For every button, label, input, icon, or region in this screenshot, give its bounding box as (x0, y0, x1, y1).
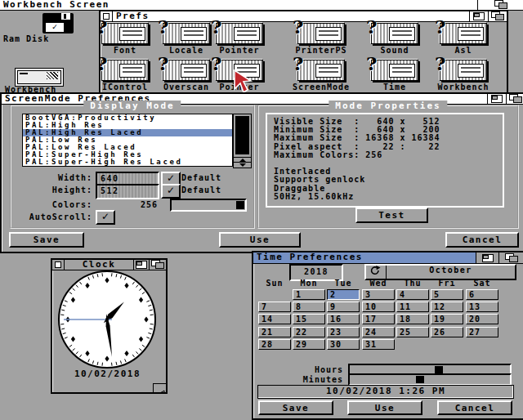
calendar-day-19[interactable]: 19 (431, 314, 463, 324)
prefs-icon-printerps[interactable]: ?PrinterPS (287, 23, 355, 55)
prefs-icon-label: Workbench (429, 83, 498, 92)
minutes-slider[interactable] (348, 373, 512, 386)
scroll-down-button[interactable] (234, 162, 251, 168)
scrollbar-thumb[interactable] (235, 116, 249, 154)
prefs-icon-asl[interactable]: ?Asl (429, 23, 498, 55)
calendar-day-10[interactable]: 10 (362, 302, 395, 312)
display-mode-scrollbar[interactable] (233, 114, 252, 168)
colors-slider[interactable] (170, 199, 247, 212)
calendar-day-30[interactable]: 30 (327, 339, 360, 350)
question-mark-icon: ? (371, 23, 418, 44)
mode-properties-box: Visible Size : 640 x 512 Minimum Size : … (266, 113, 504, 208)
calendar-day-11[interactable]: 11 (396, 302, 429, 312)
prefs-icon-workbench[interactable]: ?Workbench (429, 60, 498, 92)
autoscroll-checkbox[interactable]: ✓ (96, 210, 115, 225)
question-mark-icon: ? (216, 23, 263, 44)
test-button[interactable]: Test (355, 208, 428, 223)
zoom-icon (491, 95, 503, 103)
display-mode-group-label: Display Mode (83, 101, 181, 111)
calendar-day-17[interactable]: 17 (362, 314, 395, 324)
use-button[interactable]: Use (347, 400, 422, 415)
calendar-day-22[interactable]: 22 (293, 327, 325, 337)
question-mark-icon: ? (297, 23, 345, 44)
height-default-label: Default (181, 185, 221, 194)
calendar-day-24[interactable]: 24 (362, 327, 395, 337)
prefs-icon-font[interactable]: ?Font (99, 23, 159, 55)
calendar-day-18[interactable]: 18 (396, 314, 429, 324)
minutes-slider-knob[interactable] (416, 376, 424, 383)
calendar-day-6[interactable]: 6 (466, 289, 498, 300)
prefs-icon-label: Font (99, 46, 159, 55)
hours-slider-knob[interactable] (435, 366, 443, 373)
time-prefs-titlebar[interactable]: Time Preferences (253, 252, 523, 264)
calendar-day-14[interactable]: 14 (258, 314, 291, 324)
depth-gadget[interactable] (149, 260, 166, 270)
screen-depth-gadget[interactable] (477, 0, 523, 10)
calendar-day-16[interactable]: 16 (327, 314, 360, 324)
calendar-day-23[interactable]: 23 (327, 327, 360, 337)
zoom-gadget[interactable] (133, 260, 149, 270)
calendar-day-2[interactable]: 2 (327, 289, 360, 300)
calendar-day-25[interactable]: 25 (396, 327, 429, 337)
calendar-day-4[interactable]: 4 (396, 289, 429, 300)
calendar-day-26[interactable]: 26 (431, 327, 463, 337)
display-mode-list[interactable]: BootVGA:ProductivityPAL:High ResPAL:High… (22, 114, 233, 167)
depth-gadget[interactable] (506, 94, 523, 104)
save-button[interactable]: Save (9, 232, 84, 248)
use-button[interactable]: Use (219, 232, 301, 248)
cancel-button[interactable]: Cancel (445, 232, 519, 248)
weekday-header: SunMonTueWedThuFriSat (257, 279, 502, 288)
calendar-day-31[interactable]: 31 (362, 339, 395, 350)
prefs-icon-label: ScreenMode (287, 83, 355, 92)
calendar-day-13[interactable]: 13 (466, 302, 498, 312)
calendar-day-7[interactable]: 7 (258, 302, 291, 312)
question-mark-icon: ? (297, 60, 345, 81)
display-mode-item[interactable]: PAL:Super-High Res Laced (23, 159, 232, 166)
width-default-label: Default (181, 173, 221, 182)
calendar-day-5[interactable]: 5 (431, 289, 463, 300)
datetime-display: 10/02/2018 1:26 PM (257, 385, 514, 399)
height-label: Height: (33, 185, 92, 194)
calendar-day-29[interactable]: 29 (293, 339, 325, 350)
month-cycle-gadget[interactable]: October (364, 264, 516, 280)
prefs-icon-screenmode[interactable]: ?ScreenMode (287, 60, 355, 92)
workbench-screen: Workbench Screen ✓ Ram Disk Workbench Pr… (0, 0, 523, 420)
colors-slider-knob[interactable] (236, 201, 244, 209)
prefs-icon-sound[interactable]: ?Sound (360, 23, 429, 55)
prefs-icon-pointer[interactable]: ?Pointer (205, 23, 274, 55)
screenmode-window: ScreenMode Preferences Display Mode Boot… (0, 92, 523, 253)
mouse-pointer-icon (233, 69, 254, 94)
depth-gadget[interactable] (498, 252, 523, 263)
question-mark-icon: ? (163, 60, 210, 81)
display-mode-group: Display Mode BootVGA:ProductivityPAL:Hig… (10, 105, 255, 229)
calendar-day-28[interactable]: 28 (258, 339, 291, 350)
question-mark-icon: ? (163, 23, 210, 44)
time-prefs-window: Time Preferences 2018 October SunMonTueW… (252, 251, 523, 420)
zoom-gadget[interactable] (487, 94, 506, 104)
prefs-icon-time[interactable]: ?Time (360, 60, 429, 92)
save-button[interactable]: Save (258, 400, 333, 415)
calendar-day-27[interactable]: 27 (466, 327, 498, 337)
calendar-day-12[interactable]: 12 (431, 302, 463, 312)
colors-value: 256 (123, 200, 158, 209)
workbench-disk-icon (15, 68, 64, 87)
weekday-label: Thu (396, 279, 429, 288)
calendar-day-9[interactable]: 9 (327, 302, 360, 312)
calendar-day-20[interactable]: 20 (466, 314, 498, 324)
height-default-checkbox[interactable]: ✓ (161, 184, 181, 199)
calendar-day-3[interactable]: 3 (362, 289, 395, 300)
calendar-day-15[interactable]: 15 (293, 314, 325, 324)
height-input[interactable]: 512 (96, 184, 159, 199)
calendar-day-8[interactable]: 8 (293, 302, 325, 312)
resize-gadget[interactable] (153, 383, 166, 392)
cancel-button[interactable]: Cancel (437, 400, 512, 415)
close-gadget[interactable] (52, 260, 65, 270)
zoom-icon (136, 261, 147, 269)
zoom-gadget[interactable] (476, 252, 498, 263)
prefs-icon-icontrol[interactable]: ?IControl (99, 60, 159, 92)
calendar-day-21[interactable]: 21 (258, 327, 291, 337)
calendar-day-1[interactable]: 1 (293, 289, 325, 300)
autoscroll-label: AutoScroll: (19, 212, 92, 221)
weekday-label: Tue (327, 279, 360, 288)
weekday-label: Sat (466, 279, 498, 288)
